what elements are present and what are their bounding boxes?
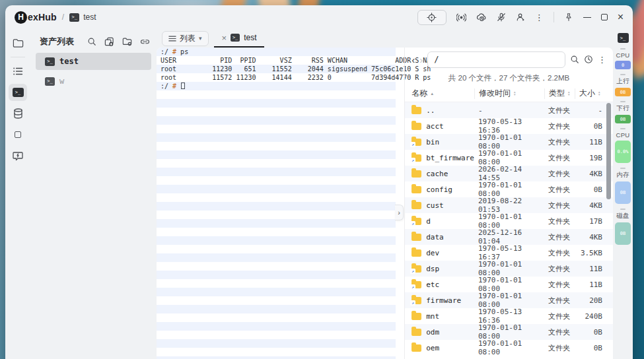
mic-off-icon [497, 13, 506, 22]
app-logo: H [15, 11, 27, 24]
file-row[interactable]: ↗ odm 1970-01-01 08:00 文件夹 0B [405, 324, 613, 340]
stat-badge[interactable]: 0B [615, 88, 631, 96]
search-icon[interactable] [87, 37, 96, 46]
collapse-file-panel-handle[interactable]: › [395, 205, 404, 220]
file-list: ↗ .. - 文件夹 - ↗ acct 1970-05-13 16:36 文件夹… [405, 102, 613, 359]
mic-off-button[interactable] [497, 13, 506, 22]
locate-button[interactable] [417, 10, 447, 25]
terminal-output-line: root 11572 11230 14144 2232 0 7d394d4770… [157, 73, 396, 82]
broadcast-icon [456, 13, 466, 22]
folder-icon: ↗ [411, 249, 421, 257]
column-header-type[interactable]: 类型 ▲▼ [544, 88, 575, 99]
file-row[interactable]: ↗ config 1970-01-01 08:00 文件夹 0B [405, 181, 613, 197]
tab-close-icon[interactable]: × [222, 34, 227, 42]
file-row[interactable]: ↗ d 1970-01-01 08:00 文件夹 17B [405, 213, 613, 229]
terminal-icon: >_ [45, 77, 55, 86]
file-row[interactable]: ↗ oem 1970-01-01 08:00 文件夹 0B [405, 340, 613, 356]
asset-item-w[interactable]: >_ w [36, 73, 151, 90]
chevron-down-icon: ▾ [199, 35, 202, 42]
file-row[interactable]: ↗ bin 1970-01-01 08:00 文件夹 11B [405, 134, 613, 150]
tab-bar: 列表 ▾ × >_ test [157, 29, 613, 48]
stats-rail: >_ CPU0上行0B下行0BCPU0.0%内存0B磁盘0B [613, 29, 633, 359]
nav-back-button[interactable]: ‹ [411, 54, 415, 65]
terminal-output-line: USER PID PPID VSZ RSS WCHAN ADDR S NAME [157, 56, 396, 65]
folder-icon: ↗ [411, 202, 421, 209]
symlink-badge-icon: ↗ [410, 269, 415, 274]
stat-badge[interactable]: 0 [615, 61, 631, 69]
rail-feedback-button[interactable] [9, 147, 27, 164]
left-icon-rail: >_ [5, 29, 30, 359]
rail-terminal-button[interactable]: >_ [9, 84, 27, 101]
view-mode-button[interactable]: 列表 ▾ [162, 31, 209, 46]
stat-badge[interactable]: 0B [615, 222, 631, 245]
broadcast-button[interactable] [456, 13, 466, 22]
cloud-sync-button[interactable] [476, 13, 487, 22]
stat-block-内存: 内存0B [615, 168, 631, 204]
stat-badge[interactable]: 0.0% [615, 141, 631, 163]
stat-block-cpu: CPU0 [615, 48, 631, 69]
file-row[interactable]: ↗ .. - 文件夹 - [405, 102, 613, 118]
nav-forward-button[interactable]: › [419, 54, 423, 65]
rail-database-button[interactable] [9, 105, 27, 122]
terminal-session-icon: >_ [69, 13, 79, 22]
folder-icon: ↗ [411, 218, 421, 225]
file-row[interactable]: ↗ dev 1970-05-13 16:37 文件夹 3.5KB [405, 245, 613, 261]
file-row[interactable]: ↗ cache 2026-02-14 14:55 文件夹 4KB [405, 166, 613, 181]
file-row[interactable]: ↗ firmware 1970-01-01 08:00 文件夹 20B [405, 292, 613, 308]
file-row[interactable]: ↗ etc 1970-01-01 08:00 文件夹 11B [405, 277, 613, 292]
feedback-icon [13, 151, 23, 161]
close-button[interactable]: × [618, 12, 624, 22]
terminal-icon: >_ [231, 34, 240, 42]
path-input[interactable]: / [427, 51, 565, 68]
sort-icon: ▲▼ [567, 91, 570, 96]
minimize-button[interactable] [583, 17, 591, 18]
folder-icon: ↗ [411, 170, 421, 178]
rail-list-button[interactable] [9, 63, 27, 80]
terminal-prompt-line: :/ # [157, 82, 396, 90]
rail-display-button[interactable] [9, 126, 27, 143]
history-clock-icon[interactable] [584, 55, 593, 64]
stat-block-磁盘: 磁盘0B [615, 209, 631, 245]
file-row[interactable]: ↗ bt_firmware 1970-01-01 08:00 文件夹 19B [405, 150, 613, 166]
symlink-badge-icon: ↗ [410, 300, 415, 306]
search-icon[interactable] [570, 55, 579, 64]
maximize-button[interactable] [601, 14, 608, 20]
rail-files-button[interactable] [9, 34, 27, 51]
folder-icon: ↗ [411, 234, 421, 241]
file-row[interactable]: ↗ cust 2019-08-22 01:53 文件夹 4KB [405, 197, 613, 213]
asset-panel-title: 资产列表 [40, 36, 87, 48]
file-row[interactable]: ↗ dsp 1970-01-01 08:00 文件夹 11B [405, 261, 613, 277]
user-icon [516, 13, 525, 22]
folder-icon: ↗ [411, 265, 421, 273]
file-row[interactable]: ↗ mnt 1970-05-13 16:36 文件夹 240B [405, 308, 613, 324]
sort-icon: ▲▼ [513, 91, 516, 96]
sort-icon: ▲▼ [598, 91, 600, 96]
folder-manage-icon[interactable] [122, 37, 132, 46]
file-column-headers: 名称 ▲ 修改时间 ▲▼ 类型 ▲▼ 大小 ▲▼ [405, 85, 613, 102]
tab-test[interactable]: × >_ test [214, 29, 265, 48]
stat-badge[interactable]: 0B [615, 115, 631, 123]
folder-icon: ↗ [411, 186, 421, 193]
column-header-mtime[interactable]: 修改时间 ▲▼ [474, 88, 544, 99]
file-row[interactable]: ↗ acct 1970-05-13 16:36 文件夹 0B [405, 118, 613, 134]
file-row[interactable]: ↗ data 2025-12-16 01:04 文件夹 4KB [405, 229, 613, 245]
symlink-badge-icon: ↗ [410, 142, 415, 147]
file-menu-button[interactable]: ⋮ [598, 55, 606, 65]
pin-button[interactable] [564, 13, 573, 22]
link-icon[interactable] [140, 38, 150, 46]
cloud-clock-icon [476, 13, 487, 22]
terminal-icon: >_ [45, 57, 55, 66]
stats-terminal-button[interactable]: >_ [618, 33, 629, 43]
file-list-scrollbar[interactable] [606, 103, 611, 199]
asset-item-test[interactable]: >_ test [36, 53, 151, 70]
add-asset-icon[interactable] [104, 37, 114, 47]
stat-badge[interactable]: 0B [615, 181, 631, 204]
terminal-pane[interactable]: :/ # psUSER PID PPID VSZ RSS WCHAN ADDR … [157, 48, 396, 359]
column-header-size[interactable]: 大小 ▲▼ [575, 88, 613, 99]
user-button[interactable] [516, 13, 525, 22]
more-menu-button[interactable]: ⋮ [535, 13, 544, 22]
pin-icon [564, 13, 573, 22]
column-header-name[interactable]: 名称 ▲ [405, 88, 474, 99]
folder-icon: ↗ [411, 344, 421, 352]
terminal-icon: >_ [13, 88, 24, 97]
